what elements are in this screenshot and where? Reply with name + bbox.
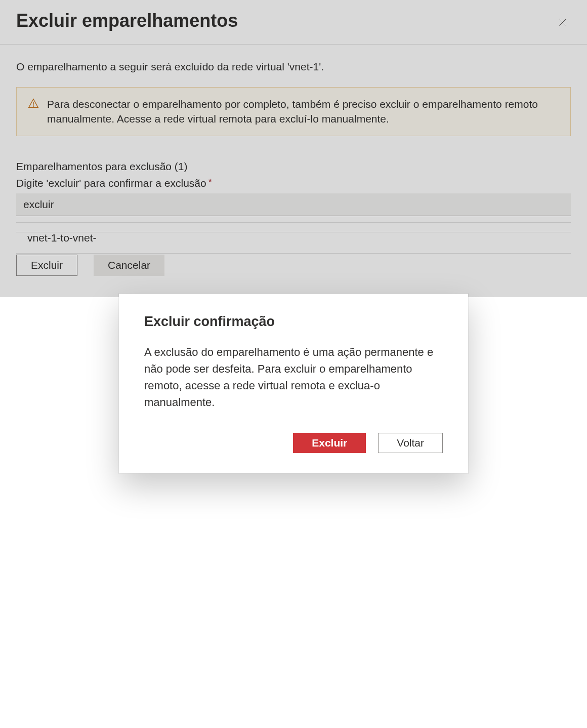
dialog-delete-button[interactable]: Excluir (293, 433, 366, 453)
warning-icon (28, 98, 39, 111)
confirm-input[interactable] (16, 193, 571, 216)
panel-title: Excluir emparelhamentos (16, 10, 238, 31)
close-icon (558, 17, 568, 29)
confirm-label-text: Digite 'excluir' para confirmar a exclus… (16, 177, 206, 189)
confirmation-dialog: Excluir confirmação A exclusão do empare… (119, 294, 468, 473)
confirm-label: Digite 'excluir' para confirmar a exclus… (16, 177, 212, 189)
section-label: Emparelhamentos para exclusão (1) (16, 160, 571, 173)
footer-divider (16, 232, 571, 232)
dialog-back-button[interactable]: Voltar (378, 433, 443, 453)
panel-content: O emparelhamento a seguir será excluído … (0, 45, 587, 270)
td-remote (325, 232, 560, 244)
footer-delete-button[interactable]: Excluir (16, 255, 77, 276)
warning-text: Para desconectar o emparelhamento por co… (47, 97, 559, 127)
td-peering: vnet-1-to-vnet- (27, 232, 325, 244)
required-indicator: * (208, 177, 212, 188)
panel-header: Excluir emparelhamentos (0, 0, 587, 45)
close-button[interactable] (555, 14, 571, 32)
dialog-footer: Excluir Voltar (144, 433, 443, 453)
footer-cancel-button[interactable]: Cancelar (94, 255, 164, 276)
svg-point-3 (33, 106, 33, 106)
confirm-section: Digite 'excluir' para confirmar a exclus… (16, 177, 571, 216)
warning-banner: Para desconectar o emparelhamento por co… (16, 87, 571, 136)
dialog-title: Excluir confirmação (144, 314, 443, 330)
panel-footer: Excluir Cancelar (16, 249, 587, 276)
dialog-body: A exclusão do emparelhamento é uma ação … (144, 344, 443, 411)
intro-text: O emparelhamento a seguir será excluído … (16, 61, 571, 73)
